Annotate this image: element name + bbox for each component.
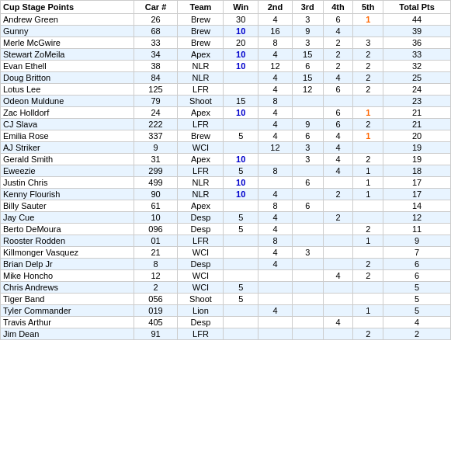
cell-name: Doug Britton [1,72,134,84]
table-row: Doug Britton84NLR4154225 [1,72,451,84]
cell-fifth: 2 [353,328,383,340]
cell-team: LFR [178,119,224,130]
cell-car: 499 [134,177,178,189]
cell-name: Andrew Green [1,14,134,26]
cell-team: Lion [178,305,224,317]
cell-team: WCI [178,270,224,282]
cell-fifth: 1 [353,107,383,119]
cell-second: 8 [258,235,293,247]
column-header: Team [178,1,224,14]
cell-second: 4 [258,14,293,26]
cell-win [224,247,258,259]
cell-fourth: 4 [323,26,353,37]
cell-third [292,165,323,177]
cell-second: 4 [258,212,293,224]
cell-second: 8 [258,37,293,49]
cell-win [224,305,258,317]
cell-fourth: 6 [323,119,353,130]
cell-win: 10 [224,26,258,37]
cell-total: 32 [383,61,451,72]
cell-second [258,270,293,282]
cell-car: 10 [134,212,178,224]
column-header: Cup Stage Points [1,1,134,14]
column-header: Total Pts [383,1,451,14]
cell-second: 4 [258,247,293,259]
table-row: Kenny Flourish90NLR1042117 [1,189,451,200]
cell-car: 34 [134,49,178,61]
cell-fifth: 2 [353,49,383,61]
cell-fourth: 4 [323,72,353,84]
table-row: Berto DeMoura096Desp54211 [1,224,451,235]
column-header: 3rd [292,1,323,14]
cell-car: 26 [134,14,178,26]
cell-second: 4 [258,259,293,270]
cell-name: Mike Honcho [1,270,134,282]
cell-win: 5 [224,224,258,235]
cell-name: Travis Arthur [1,317,134,328]
cell-second: 8 [258,165,293,177]
cell-fourth: 2 [323,49,353,61]
cell-fourth [323,96,353,107]
cell-total: 4 [383,317,451,328]
cell-win: 5 [224,294,258,305]
cell-car: 019 [134,305,178,317]
cell-second [258,154,293,165]
cell-name: Gerald Smith [1,154,134,165]
cell-win: 10 [224,107,258,119]
cell-car: 405 [134,317,178,328]
cell-total: 44 [383,14,451,26]
table-row: Gerald Smith31Apex1034219 [1,154,451,165]
cell-team: Brew [178,130,224,142]
cell-fifth: 2 [353,154,383,165]
cell-fourth: 6 [323,84,353,96]
cell-fourth: 4 [323,154,353,165]
cell-team: Shoot [178,294,224,305]
cell-third: 9 [292,119,323,130]
cell-third: 3 [292,142,323,154]
cell-team: NLR [178,177,224,189]
cell-win: 5 [224,165,258,177]
cell-third: 6 [292,177,323,189]
cell-fourth [323,305,353,317]
cell-name: Stewart ZoMeila [1,49,134,61]
cell-fourth: 2 [323,61,353,72]
cell-fifth [353,142,383,154]
cell-team: Desp [178,259,224,270]
cell-name: Tyler Commander [1,305,134,317]
cell-win: 5 [224,282,258,294]
cell-second [258,177,293,189]
cell-fifth: 2 [353,84,383,96]
cell-total: 9 [383,235,451,247]
cell-fifth [353,317,383,328]
table-row: Jay Cue10Desp54212 [1,212,451,224]
cell-team: Apex [178,154,224,165]
cell-win [224,270,258,282]
cell-fifth: 1 [353,235,383,247]
cell-total: 2 [383,328,451,340]
cell-second: 4 [258,119,293,130]
cell-second: 12 [258,142,293,154]
cell-third [292,328,323,340]
cell-third: 6 [292,61,323,72]
cell-second: 8 [258,96,293,107]
cell-team: Brew [178,37,224,49]
cell-name: Killmonger Vasquez [1,247,134,259]
cell-car: 91 [134,328,178,340]
cell-fourth: 2 [323,212,353,224]
cell-name: Tiger Band [1,294,134,305]
cell-fourth: 4 [323,165,353,177]
cell-fifth [353,212,383,224]
cell-third [292,189,323,200]
cell-win: 5 [224,212,258,224]
table-row: Rooster Rodden01LFR819 [1,235,451,247]
cell-team: NLR [178,189,224,200]
cell-team: NLR [178,61,224,72]
cell-team: Desp [178,317,224,328]
cell-fourth [323,247,353,259]
cell-third [292,107,323,119]
cell-win: 20 [224,37,258,49]
cell-team: WCI [178,282,224,294]
cell-total: 39 [383,26,451,37]
cell-fifth: 3 [353,37,383,49]
cell-third: 3 [292,14,323,26]
